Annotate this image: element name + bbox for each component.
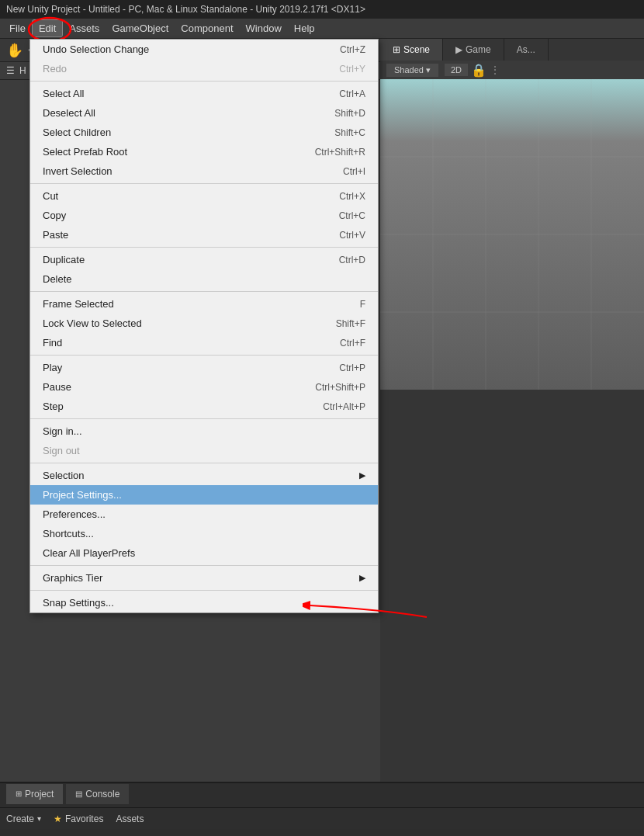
game-tab-label: Game [466,44,491,55]
menu-delete[interactable]: Delete [30,269,378,289]
right-panel: ⊞ Scene ▶ Game As... Shaded ▾ 2D 🔒 ⋮ [380,39,644,797]
menu-edit[interactable]: Edit [32,19,63,37]
divider-2 [30,183,378,184]
scene-lock-icon[interactable]: 🔒 [471,63,486,78]
shaded-dropdown[interactable]: Shaded ▾ [386,64,438,77]
2d-label: 2D [451,65,462,75]
project-tab-icon: ⊞ [16,789,22,798]
menu-file[interactable]: File [3,20,32,36]
favorites-item[interactable]: ★ Favorites [54,813,103,824]
scene-tab-icon: ⊞ [393,44,400,55]
scene-settings-icon[interactable]: ⋮ [490,64,500,76]
divider-1 [30,81,378,82]
menu-play[interactable]: Play Ctrl+P [30,358,378,377]
menu-help[interactable]: Help [288,20,321,36]
divider-4 [30,291,378,292]
menu-preferences[interactable]: Preferences... [30,505,378,524]
game-tab-icon: ▶ [455,44,462,55]
selection-submenu-arrow: ▶ [359,470,365,480]
menu-component[interactable]: Component [175,20,239,36]
panel-subtabs: Shaded ▾ 2D 🔒 ⋮ [380,61,644,79]
edit-dropdown-menu: Undo Selection Change Ctrl+Z Redo Ctrl+Y… [29,39,379,613]
menu-deselect-all[interactable]: Deselect All Shift+D [30,103,378,123]
menu-selection[interactable]: Selection ▶ [30,466,378,485]
menu-pause[interactable]: Pause Ctrl+Shift+P [30,377,378,397]
create-button-area[interactable]: Create ▾ [6,813,41,824]
create-dropdown-arrow: ▾ [37,814,41,823]
menu-invert-selection[interactable]: Invert Selection Ctrl+I [30,161,378,181]
menu-snap-settings[interactable]: Snap Settings... [30,593,378,612]
tab-console[interactable]: ▤ Console [66,784,129,804]
divider-5 [30,355,378,356]
tab-asset-store[interactable]: As... [504,39,549,61]
menu-graphics-tier[interactable]: Graphics Tier ▶ [30,568,378,588]
menu-copy[interactable]: Copy Ctrl+C [30,206,378,225]
scene-grid [380,79,644,390]
hierarchy-label: H [19,65,26,76]
menu-select-prefab-root[interactable]: Select Prefab Root Ctrl+Shift+R [30,142,378,161]
menu-sign-in[interactable]: Sign in... [30,421,378,441]
divider-9 [30,590,378,591]
2d-button[interactable]: 2D [445,64,468,76]
assets-item[interactable]: Assets [116,813,144,824]
divider-8 [30,565,378,566]
divider-6 [30,418,378,419]
graphics-tier-submenu-arrow: ▶ [359,573,365,583]
bottom-bar: ⊞ Project ▤ Console Create ▾ ★ Favorites… [0,782,644,836]
menu-find[interactable]: Find Ctrl+F [30,333,378,352]
assets-label: Assets [116,813,144,824]
console-tab-icon: ▤ [75,789,82,798]
menu-assets[interactable]: Assets [63,20,106,36]
menu-lock-view[interactable]: Lock View to Selected Shift+F [30,314,378,333]
menu-redo[interactable]: Redo Ctrl+Y [30,59,378,78]
hand-tool-icon[interactable]: ✋ [6,42,23,59]
star-icon: ★ [54,813,62,824]
tab-scene[interactable]: ⊞ Scene [380,39,443,61]
title-bar: New Unity Project - Untitled - PC, Mac &… [0,0,644,19]
menu-frame-selected[interactable]: Frame Selected F [30,294,378,314]
divider-3 [30,247,378,248]
divider-7 [30,463,378,463]
create-label: Create [6,813,34,824]
menu-step[interactable]: Step Ctrl+Alt+P [30,397,378,416]
project-tab-label: Project [25,789,54,800]
menu-cut[interactable]: Cut Ctrl+X [30,186,378,206]
menu-gameobject[interactable]: GameObject [106,20,175,36]
shaded-dropdown-arrow: ▾ [426,65,431,75]
menu-sign-out[interactable]: Sign out [30,441,378,460]
menu-select-all[interactable]: Select All Ctrl+A [30,84,378,103]
menu-project-settings[interactable]: Project Settings... [30,485,378,505]
console-tab-label: Console [85,789,119,800]
hierarchy-icon: ☰ [6,65,15,76]
menu-clear-playerprefs[interactable]: Clear All PlayerPrefs [30,543,378,563]
shaded-label: Shaded [394,65,424,75]
panel-tabs: ⊞ Scene ▶ Game As... [380,39,644,61]
title-text: New Unity Project - Untitled - PC, Mac &… [6,4,365,15]
menu-window[interactable]: Window [240,20,288,36]
tab-project[interactable]: ⊞ Project [6,784,63,804]
menu-undo[interactable]: Undo Selection Change Ctrl+Z [30,40,378,59]
menu-shortcuts[interactable]: Shortcuts... [30,524,378,543]
menu-duplicate[interactable]: Duplicate Ctrl+D [30,250,378,269]
tab-game[interactable]: ▶ Game [443,39,504,61]
menu-paste[interactable]: Paste Ctrl+V [30,225,378,245]
menu-select-children[interactable]: Select Children Shift+C [30,123,378,142]
menu-bar: File Edit Assets GameObject Component Wi… [0,19,644,39]
scene-view [380,79,644,390]
favorites-label: Favorites [65,813,103,824]
scene-tab-label: Scene [403,44,430,55]
asset-tab-label: As... [517,44,535,55]
